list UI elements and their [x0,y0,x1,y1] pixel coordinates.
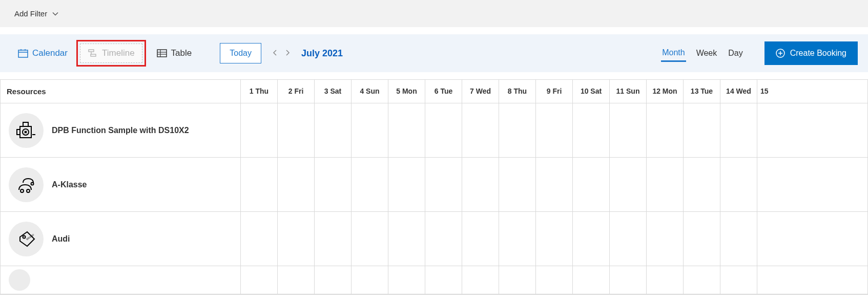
tab-timeline[interactable]: Timeline [80,44,142,63]
day-cell[interactable] [499,103,535,157]
day-cell[interactable] [683,103,720,157]
day-cell[interactable] [462,212,499,266]
tab-calendar[interactable]: Calendar [10,44,75,63]
day-header: 11 Sun [609,80,646,103]
day-cell[interactable] [351,103,388,157]
day-cell[interactable] [572,158,609,211]
day-cell[interactable] [683,266,720,294]
filter-bar: Add Filter [0,0,868,27]
day-cell[interactable] [351,158,388,211]
resource-row: BRAND Audi [1,212,867,266]
day-cell[interactable] [572,266,609,294]
day-cell[interactable] [462,103,499,157]
day-cell[interactable] [720,103,757,157]
day-cell[interactable] [609,103,646,157]
day-cell[interactable] [535,212,572,266]
day-cell[interactable] [499,212,535,266]
resource-cell[interactable] [1,266,240,294]
day-cell[interactable] [462,266,499,294]
range-day[interactable]: Day [727,46,743,61]
day-cell[interactable] [314,103,351,157]
day-cell[interactable] [609,266,646,294]
next-arrow[interactable] [283,47,292,59]
day-cell[interactable] [646,212,683,266]
chevron-right-icon [285,50,290,56]
highlight-annotation: Timeline [76,40,146,67]
svg-rect-19 [17,129,20,135]
day-cell[interactable] [462,158,499,211]
day-cell[interactable] [572,212,609,266]
day-header: 1 Thu [240,80,277,103]
day-cell[interactable] [240,103,277,157]
resource-cell[interactable]: DPB Function Sample with DS10X2 [1,103,240,157]
svg-point-24 [23,235,26,238]
day-cell[interactable] [425,266,462,294]
resource-row: DPB Function Sample with DS10X2 [1,103,867,158]
day-cell[interactable] [388,158,425,211]
day-cell[interactable] [240,212,277,266]
day-cell[interactable] [240,158,277,211]
day-cell[interactable] [388,266,425,294]
day-cell[interactable] [277,212,314,266]
create-booking-button[interactable]: Create Booking [764,41,858,65]
day-cell[interactable] [425,212,462,266]
prev-arrow[interactable] [271,47,280,59]
day-cell[interactable] [535,266,572,294]
day-cell[interactable] [425,158,462,211]
svg-point-22 [27,189,30,192]
day-cell[interactable] [683,212,720,266]
range-week[interactable]: Week [695,46,718,61]
day-cell[interactable] [609,158,646,211]
day-cell[interactable] [646,158,683,211]
resource-cell[interactable]: A-Klasse [1,158,240,211]
day-cell[interactable] [646,266,683,294]
tab-table[interactable]: Table [149,44,200,63]
resources-column-header: Resources [1,80,240,103]
day-cell[interactable] [757,103,774,157]
day-cell[interactable] [314,158,351,211]
day-header: 5 Mon [388,80,425,103]
day-cell[interactable] [683,158,720,211]
tab-timeline-label: Timeline [102,48,135,58]
day-cell[interactable] [314,266,351,294]
day-cell[interactable] [720,212,757,266]
svg-point-21 [20,189,24,192]
day-cell[interactable] [277,158,314,211]
day-cell[interactable] [535,158,572,211]
day-cell[interactable] [388,103,425,157]
day-cell[interactable] [720,158,757,211]
day-cell[interactable] [240,266,277,294]
day-cell[interactable] [757,212,774,266]
day-cell[interactable] [277,266,314,294]
day-cell[interactable] [720,266,757,294]
day-cell[interactable] [499,158,535,211]
add-filter-button[interactable]: Add Filter [14,9,58,18]
day-header: 12 Mon [646,80,683,103]
day-cell[interactable] [757,158,774,211]
day-header: 15 [757,80,774,103]
today-button[interactable]: Today [220,43,261,63]
tab-table-label: Table [171,48,192,58]
day-cell[interactable] [646,103,683,157]
day-cell[interactable] [757,266,774,294]
timeline-grid: Resources 1 Thu 2 Fri 3 Sat 4 Sun 5 Mon … [0,79,868,295]
day-header: 7 Wed [462,80,499,103]
resource-name: DPB Function Sample with DS10X2 [52,126,189,135]
day-cell[interactable] [499,266,535,294]
resource-row [1,266,867,294]
car-icon [9,167,44,202]
day-cell[interactable] [572,103,609,157]
day-cell[interactable] [609,212,646,266]
day-cell[interactable] [425,103,462,157]
day-cell[interactable] [388,212,425,266]
day-cell[interactable] [535,103,572,157]
resource-cell[interactable]: BRAND Audi [1,212,240,266]
resource-row: A-Klasse [1,158,867,212]
day-cell[interactable] [314,212,351,266]
day-cell[interactable] [351,212,388,266]
machine-icon [9,113,44,148]
calendar-icon [18,49,28,58]
range-month[interactable]: Month [661,45,686,62]
day-cell[interactable] [277,103,314,157]
day-cell[interactable] [351,266,388,294]
